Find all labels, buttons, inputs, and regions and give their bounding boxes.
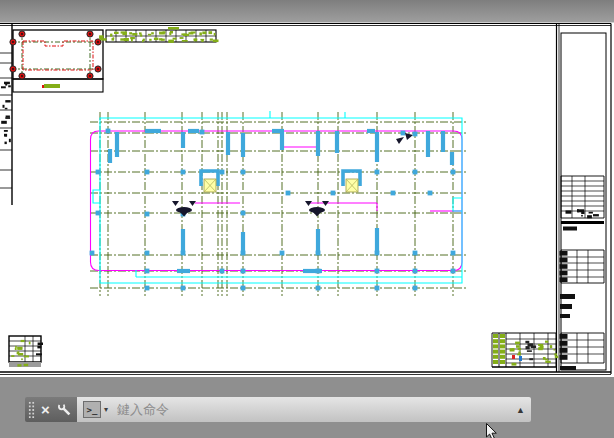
bottom-left-table [9, 336, 43, 367]
paper-space-canvas[interactable] [0, 23, 614, 377]
bottom-right-table [492, 333, 558, 367]
overview-plan [10, 30, 103, 92]
mouse-cursor [486, 423, 500, 438]
command-input[interactable] [115, 401, 512, 418]
close-icon[interactable]: × [41, 397, 50, 422]
recent-commands-dropdown-icon[interactable]: ▾ [104, 405, 108, 414]
command-line-bar[interactable]: × >_ ▾ ▲ [25, 397, 531, 422]
drag-grip-handle[interactable] [28, 401, 35, 419]
customize-wrench-icon[interactable] [57, 402, 72, 417]
command-input-area[interactable]: >_ ▾ ▲ [77, 397, 531, 422]
collapse-arrow-icon[interactable]: ▲ [516, 405, 525, 415]
command-prompt-icon[interactable]: >_ [83, 401, 101, 418]
application-top-bar [0, 0, 614, 23]
floor-plan [90, 111, 468, 296]
command-bar-left-section: × [25, 397, 77, 422]
cad-drawing[interactable] [0, 23, 614, 377]
legend-strip-table [99, 27, 218, 43]
right-title-block [560, 176, 605, 370]
left-edge-table [0, 24, 12, 206]
